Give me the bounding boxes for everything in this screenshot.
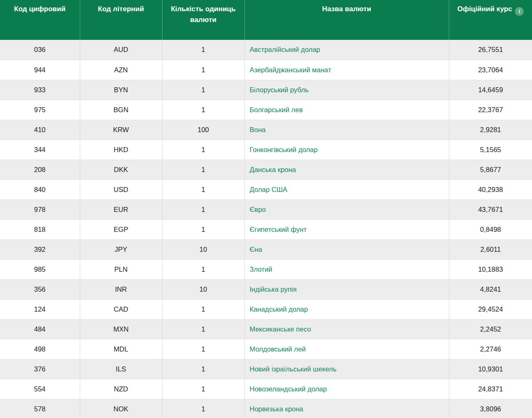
currency-name-link[interactable]: Білоруський рубль <box>250 86 309 93</box>
currency-name-cell: Долар США <box>244 179 449 199</box>
letter-code-cell: NOK <box>80 399 162 418</box>
numeric-code-cell: 344 <box>0 140 80 160</box>
numeric-code-cell: 208 <box>0 160 80 179</box>
currency-rates-table: Код цифровий Код літерний Кількість один… <box>0 0 532 418</box>
letter-code-cell: INR <box>80 279 162 299</box>
units-cell: 1 <box>162 100 244 120</box>
table-row: 578 NOK 1 Норвезька крона 3,8096 <box>0 399 532 418</box>
currency-name-link[interactable]: Єгипетський фунт <box>250 226 307 233</box>
currency-name-cell: Злотий <box>244 259 449 279</box>
currency-name-link[interactable]: Болгарський лев <box>250 106 303 113</box>
table-row: 484 MXN 1 Мексиканське песо 2,2452 <box>0 319 532 339</box>
currency-name-cell: Євро <box>244 199 449 219</box>
letter-code-cell: BYN <box>80 80 162 100</box>
currency-name-cell: Мексиканське песо <box>244 319 449 339</box>
currency-name-link[interactable]: Молдовський лей <box>250 345 306 353</box>
table-row: 124 CAD 1 Канадський долар 29,4524 <box>0 299 532 319</box>
rate-cell: 10,9301 <box>449 359 532 379</box>
currency-name-cell: Білоруський рубль <box>244 80 449 100</box>
table-row: 376 ILS 1 Новий ізраїльський шекель 10,9… <box>0 359 532 379</box>
rate-cell: 26,7551 <box>449 40 532 60</box>
rate-cell: 43,7671 <box>449 199 532 219</box>
units-cell: 1 <box>162 160 244 179</box>
currency-name-link[interactable]: Канадський долар <box>250 305 308 313</box>
rate-cell: 22,3767 <box>449 100 532 120</box>
letter-code-cell: AZN <box>80 60 162 80</box>
table-header: Код цифровий Код літерний Кількість один… <box>0 0 532 40</box>
units-cell: 1 <box>162 219 244 239</box>
numeric-code-cell: 985 <box>0 259 80 279</box>
letter-code-cell: MDL <box>80 339 162 359</box>
rate-cell: 4,8241 <box>449 279 532 299</box>
currency-name-cell: Новозеландський долар <box>244 379 449 399</box>
currency-name-link[interactable]: Азербайджанський манат <box>250 66 331 74</box>
rate-cell: 40,2938 <box>449 179 532 199</box>
currency-name-link[interactable]: Мексиканське песо <box>250 325 311 333</box>
info-icon[interactable]: i <box>515 7 524 16</box>
rate-cell: 14,6459 <box>449 80 532 100</box>
numeric-code-cell: 578 <box>0 399 80 418</box>
currency-name-link[interactable]: Злотий <box>250 266 273 273</box>
numeric-code-cell: 392 <box>0 239 80 259</box>
currency-name-cell: Індійська рупія <box>244 279 449 299</box>
numeric-code-cell: 410 <box>0 120 80 140</box>
table-row: 036 AUD 1 Австралійський долар 26,7551 <box>0 40 532 60</box>
table-row: 933 BYN 1 Білоруський рубль 14,6459 <box>0 80 532 100</box>
rate-cell: 10,1883 <box>449 259 532 279</box>
currency-name-link[interactable]: Австралійський долар <box>250 46 320 53</box>
header-row: Код цифровий Код літерний Кількість один… <box>0 0 532 40</box>
currency-name-link[interactable]: Долар США <box>250 186 288 193</box>
currency-name-link[interactable]: Індійська рупія <box>250 285 297 293</box>
numeric-code-cell: 554 <box>0 379 80 399</box>
numeric-code-cell: 933 <box>0 80 80 100</box>
letter-code-cell: HKD <box>80 140 162 160</box>
units-cell: 1 <box>162 339 244 359</box>
currency-name-link[interactable]: Данська крона <box>250 166 296 173</box>
numeric-code-cell: 484 <box>0 319 80 339</box>
currency-table-body: 036 AUD 1 Австралійський долар 26,7551 9… <box>0 40 532 418</box>
currency-name-link[interactable]: Єна <box>250 246 262 253</box>
currency-name-link[interactable]: Новозеландський долар <box>250 385 327 393</box>
numeric-code-cell: 818 <box>0 219 80 239</box>
currency-name-cell: Болгарський лев <box>244 100 449 120</box>
units-cell: 10 <box>162 279 244 299</box>
currency-name-link[interactable]: Євро <box>250 206 266 213</box>
units-cell: 1 <box>162 199 244 219</box>
currency-name-cell: Норвезька крона <box>244 399 449 418</box>
rate-cell: 3,8096 <box>449 399 532 418</box>
currency-name-link[interactable]: Норвезька крона <box>250 405 303 413</box>
numeric-code-cell: 376 <box>0 359 80 379</box>
units-cell: 100 <box>162 120 244 140</box>
letter-code-cell: EGP <box>80 219 162 239</box>
units-cell: 1 <box>162 399 244 418</box>
table-row: 356 INR 10 Індійська рупія 4,8241 <box>0 279 532 299</box>
currency-name-link[interactable]: Гонконгівський долар <box>250 146 318 153</box>
rate-cell: 2,9281 <box>449 120 532 140</box>
rate-cell: 0,8498 <box>449 219 532 239</box>
letter-code-cell: PLN <box>80 259 162 279</box>
units-cell: 1 <box>162 379 244 399</box>
units-cell: 1 <box>162 319 244 339</box>
currency-name-link[interactable]: Вона <box>250 126 266 133</box>
numeric-code-cell: 840 <box>0 179 80 199</box>
header-numeric-code: Код цифровий <box>0 0 80 40</box>
header-official-rate: Офіційний курсi <box>449 0 532 40</box>
units-cell: 10 <box>162 239 244 259</box>
numeric-code-cell: 978 <box>0 199 80 219</box>
letter-code-cell: BGN <box>80 100 162 120</box>
units-cell: 1 <box>162 140 244 160</box>
rate-cell: 2,2452 <box>449 319 532 339</box>
table-row: 840 USD 1 Долар США 40,2938 <box>0 179 532 199</box>
currency-name-link[interactable]: Новий ізраїльський шекель <box>250 365 337 373</box>
rate-cell: 2,2746 <box>449 339 532 359</box>
currency-name-cell: Новий ізраїльський шекель <box>244 359 449 379</box>
header-official-rate-label: Офіційний курс <box>457 5 512 13</box>
table-row: 208 DKK 1 Данська крона 5,8677 <box>0 160 532 179</box>
units-cell: 1 <box>162 40 244 60</box>
table-row: 392 JPY 10 Єна 2,6011 <box>0 239 532 259</box>
numeric-code-cell: 975 <box>0 100 80 120</box>
units-cell: 1 <box>162 259 244 279</box>
rate-cell: 2,6011 <box>449 239 532 259</box>
numeric-code-cell: 036 <box>0 40 80 60</box>
table-row: 975 BGN 1 Болгарський лев 22,3767 <box>0 100 532 120</box>
